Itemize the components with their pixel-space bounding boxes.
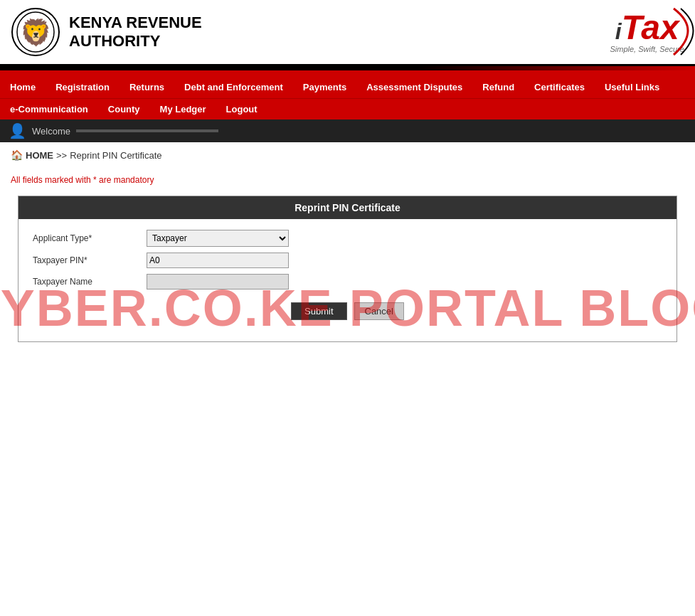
taxpayer-pin-label: Taxpayer PIN*	[33, 255, 147, 265]
nav-logout[interactable]: Logout	[216, 99, 267, 120]
primary-navigation: Home Registration Returns Debt and Enfor…	[0, 76, 695, 98]
submit-button[interactable]: Submit	[291, 302, 346, 320]
kra-name-line2: Authority	[69, 32, 202, 51]
nav-refund[interactable]: Refund	[472, 76, 524, 98]
welcome-bar: 👤 Welcome	[0, 120, 695, 142]
username-display	[76, 129, 218, 132]
breadcrumb-current: Reprint PIN Certificate	[70, 150, 161, 161]
taxpayer-name-row: Taxpayer Name	[33, 274, 662, 290]
taxpayer-name-field	[147, 274, 662, 290]
breadcrumb-home-link[interactable]: HOME	[26, 150, 53, 161]
itax-brand: iTax	[610, 11, 684, 45]
user-icon: 👤	[9, 122, 26, 139]
nav-assessment-disputes[interactable]: Assessment Disputes	[356, 76, 472, 98]
red-stripe	[0, 70, 695, 76]
kra-name-line1: Kenya Revenue	[69, 14, 202, 32]
taxpayer-pin-field	[147, 253, 662, 268]
nav-debt-enforcement[interactable]: Debt and Enforcement	[174, 76, 293, 98]
taxpayer-name-input[interactable]	[147, 274, 289, 290]
form-buttons: Submit Cancel	[33, 295, 662, 331]
applicant-type-label: Applicant Type*	[33, 233, 147, 243]
kra-name: Kenya Revenue Authority	[69, 14, 202, 51]
nav-useful-links[interactable]: Useful Links	[595, 76, 669, 98]
applicant-type-field: Taxpayer Tax Agent	[147, 230, 662, 247]
applicant-type-row: Applicant Type* Taxpayer Tax Agent	[33, 230, 662, 247]
form-panel-header: Reprint PIN Certificate	[18, 196, 677, 219]
nav-ecommunication[interactable]: e-Communication	[0, 99, 98, 120]
main-content: All fields marked with * are mandatory R…	[0, 168, 695, 349]
nav-my-ledger[interactable]: My Ledger	[150, 99, 216, 120]
nav-returns[interactable]: Returns	[120, 76, 174, 98]
taxpayer-pin-input[interactable]	[147, 253, 289, 268]
mandatory-note: All fields marked with * are mandatory	[11, 175, 684, 185]
cancel-button[interactable]: Cancel	[354, 302, 404, 320]
form-body: Applicant Type* Taxpayer Tax Agent Taxpa…	[18, 219, 677, 341]
taxpayer-name-label: Taxpayer Name	[33, 277, 147, 287]
page-header: 🦁 Kenya Revenue Authority iTax Simple, S…	[0, 0, 695, 66]
kra-logo-area: 🦁 Kenya Revenue Authority	[11, 7, 202, 57]
home-breadcrumb-icon: 🏠	[11, 149, 23, 161]
welcome-label: Welcome	[32, 126, 70, 137]
nav-county[interactable]: County	[98, 99, 150, 120]
itax-arc-decoration	[670, 5, 695, 58]
kra-logo-icon: 🦁	[11, 7, 60, 57]
secondary-navigation: e-Communication County My Ledger Logout	[0, 98, 695, 120]
breadcrumb: 🏠 HOME >> Reprint PIN Certificate	[0, 142, 695, 168]
breadcrumb-separator: >>	[56, 150, 67, 161]
taxpayer-pin-row: Taxpayer PIN*	[33, 253, 662, 268]
svg-text:🦁: 🦁	[20, 17, 52, 48]
nav-certificates[interactable]: Certificates	[524, 76, 595, 98]
applicant-type-select[interactable]: Taxpayer Tax Agent	[147, 230, 289, 247]
reprint-pin-form-panel: Reprint PIN Certificate Applicant Type* …	[18, 196, 677, 342]
nav-payments[interactable]: Payments	[293, 76, 356, 98]
nav-registration[interactable]: Registration	[46, 76, 120, 98]
itax-logo-area: iTax Simple, Swift, Secure	[610, 11, 684, 54]
nav-home[interactable]: Home	[0, 76, 46, 98]
itax-brand-wrapper: iTax Simple, Swift, Secure	[610, 11, 684, 53]
